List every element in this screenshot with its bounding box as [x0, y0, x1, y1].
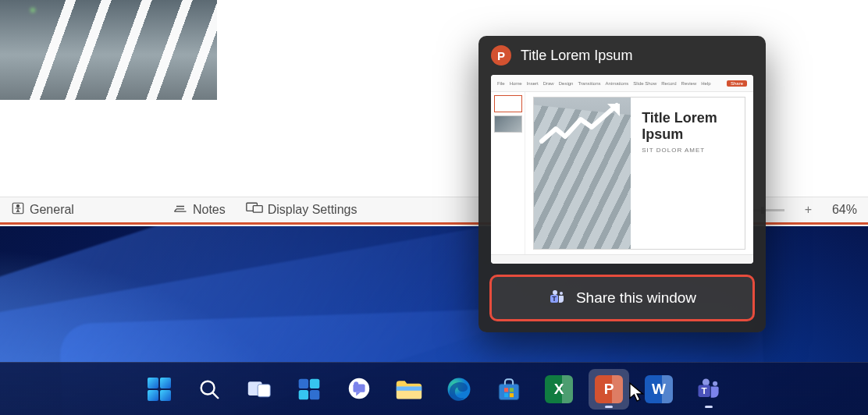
teams-icon: T [548, 287, 567, 310]
svg-rect-33 [504, 388, 508, 392]
powerpoint-icon: P [595, 375, 623, 403]
taskbar-powerpoint-button[interactable]: P [589, 369, 629, 410]
taskbar-taskview-button[interactable] [239, 369, 279, 410]
taskbar-hover-preview: P Title Lorem Ipsum FileHomeInsertDrawDe… [478, 36, 766, 332]
svg-rect-13 [160, 378, 171, 388]
zoom-value[interactable]: 64% [832, 203, 857, 217]
preview-window-title: Title Lorem Ipsum [521, 48, 632, 64]
taskbar-excel-button[interactable]: X [539, 369, 579, 410]
svg-point-1 [17, 205, 20, 208]
svg-rect-20 [299, 378, 308, 388]
teams-icon: T [695, 375, 723, 403]
svg-rect-22 [299, 389, 308, 399]
svg-rect-23 [310, 389, 319, 399]
svg-rect-35 [504, 393, 508, 397]
taskbar-chat-button[interactable] [339, 369, 379, 410]
person-icon [11, 201, 25, 218]
notes-button[interactable]: Notes [173, 203, 226, 217]
edge-icon [446, 376, 472, 403]
word-icon: W [645, 375, 673, 403]
mouse-cursor-icon [629, 382, 646, 404]
windows-taskbar: X P W T [0, 362, 868, 415]
preview-slide-title: Title Lorem Ipsum [642, 110, 734, 142]
taskbar-file-explorer-button[interactable] [389, 369, 429, 410]
svg-rect-36 [510, 393, 514, 397]
svg-point-9 [560, 292, 563, 295]
svg-rect-12 [148, 378, 158, 388]
svg-rect-3 [253, 206, 262, 212]
taskbar-search-button[interactable] [189, 369, 229, 410]
preview-thumbnail[interactable]: FileHomeInsertDrawDesignTransitionsAnima… [491, 75, 753, 264]
search-icon [197, 378, 221, 401]
svg-text:T: T [702, 385, 708, 395]
display-settings-button[interactable]: Display Settings [246, 202, 358, 218]
svg-rect-34 [510, 388, 514, 392]
taskbar-edge-button[interactable] [439, 369, 479, 410]
file-explorer-icon [395, 378, 423, 401]
accessibility-button[interactable]: General [11, 201, 74, 218]
windows-start-icon [146, 376, 173, 403]
chat-icon [346, 376, 372, 403]
taskbar-widgets-button[interactable] [289, 369, 329, 410]
taskbar-microsoft-store-button[interactable] [489, 369, 529, 410]
share-this-window-button[interactable]: T Share this window [489, 275, 755, 321]
svg-rect-31 [499, 384, 519, 399]
display-settings-icon [246, 202, 263, 218]
svg-rect-29 [397, 386, 422, 390]
slide-image [0, 0, 217, 100]
svg-rect-19 [258, 384, 270, 396]
accessibility-label: General [30, 203, 74, 217]
share-button-label: Share this window [576, 289, 696, 307]
svg-rect-21 [310, 378, 319, 388]
svg-point-37 [703, 378, 710, 385]
notes-icon [173, 203, 188, 217]
powerpoint-icon: P [491, 45, 511, 66]
taskbar-teams-button[interactable]: T [688, 369, 729, 410]
svg-point-38 [713, 381, 717, 385]
widgets-icon [297, 377, 322, 402]
svg-point-27 [354, 381, 358, 386]
svg-rect-14 [148, 390, 158, 401]
preview-slide: Title Lorem Ipsum SIT DOLOR AMET [533, 97, 745, 250]
display-settings-label: Display Settings [268, 203, 358, 217]
svg-text:T: T [552, 295, 557, 303]
svg-rect-15 [160, 390, 171, 401]
notes-label: Notes [193, 203, 226, 217]
arrow-chart-icon [539, 102, 624, 149]
preview-slide-panel [491, 92, 525, 254]
taskbar-start-button[interactable] [139, 369, 180, 410]
preview-ribbon: FileHomeInsertDrawDesignTransitionsAnima… [491, 75, 753, 92]
excel-icon: X [545, 375, 573, 403]
microsoft-store-icon [496, 376, 522, 403]
preview-slide-subtitle: SIT DOLOR AMET [642, 147, 734, 154]
svg-line-17 [213, 392, 219, 398]
svg-marker-41 [630, 383, 643, 401]
task-view-icon [247, 378, 272, 400]
